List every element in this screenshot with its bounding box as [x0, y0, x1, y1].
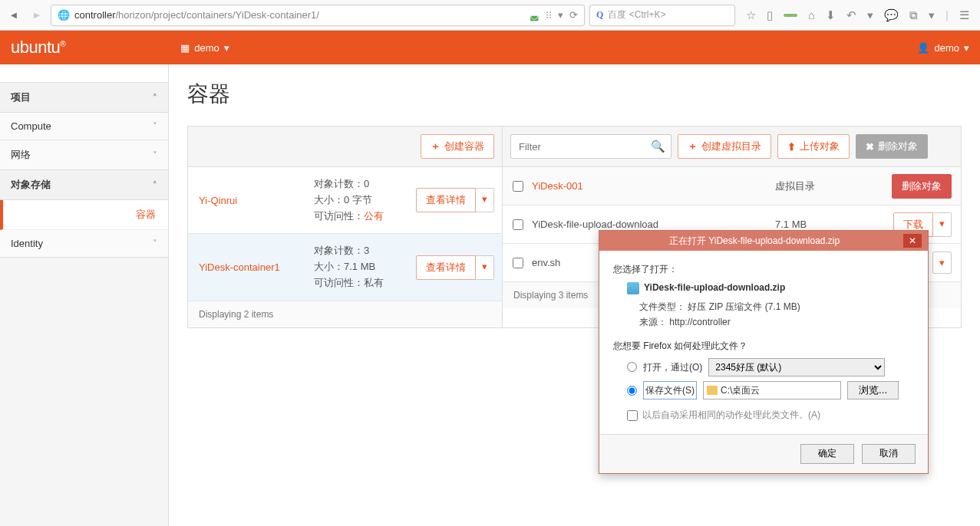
plus-icon: ＋ — [688, 140, 698, 153]
dialog-source: 来源： http://controller — [639, 314, 914, 330]
sidebar-item-containers[interactable]: 容器 — [0, 200, 168, 230]
user-menu[interactable]: 👤 demo ▾ — [917, 42, 969, 54]
chevron-down-icon: ˅ — [153, 150, 157, 160]
sidebar-section-compute[interactable]: Compute˅ — [0, 113, 168, 140]
browser-toolbar: ☆ ▯ ⌂ ⬇ ↶ ▾ 💬 ⧉ ▾ | ☰ — [740, 8, 975, 22]
remember-option[interactable]: 以后自动采用相同的动作处理此类文件。(A) — [627, 407, 914, 422]
view-details-button[interactable]: 查看详情 ▾ — [416, 188, 494, 212]
row-checkbox[interactable] — [512, 258, 524, 268]
chat-icon[interactable]: 💬 — [884, 8, 899, 22]
view-details-button[interactable]: 查看详情 ▾ — [416, 255, 494, 280]
crop-icon[interactable]: ⧉ — [909, 8, 918, 22]
nav-forward-button[interactable]: ► — [28, 6, 46, 25]
sidebar-section-network[interactable]: 网络˅ — [0, 140, 168, 170]
container-row[interactable]: YiDesk-container1 对象计数：3 大小：7.1 MB 可访问性：… — [188, 234, 502, 301]
save-radio[interactable] — [627, 386, 637, 396]
shield-icon: ◛ — [530, 9, 539, 21]
create-pseudo-folder-button[interactable]: ＋创建虚拟目录 — [678, 134, 771, 159]
project-switcher[interactable]: ▦ demo ▾ — [180, 42, 229, 54]
save-label: 保存文件(S) — [643, 381, 697, 399]
container-meta: 对象计数：0 大小：0 字节 可访问性：公有 — [303, 167, 417, 233]
container-name[interactable]: YiDesk-container1 — [188, 234, 303, 300]
download-dialog: 正在打开 YiDesk-file-upload-download.zip ✕ 您… — [599, 230, 929, 474]
search-icon[interactable]: 🔍 — [651, 140, 665, 153]
dialog-titlebar[interactable]: 正在打开 YiDesk-file-upload-download.zip ✕ — [599, 231, 928, 251]
close-icon[interactable]: ✕ — [903, 234, 922, 248]
delete-object-button[interactable]: 删除对象 — [892, 174, 952, 199]
page-title: 容器 — [187, 80, 962, 109]
size-header: 虚拟目录 — [775, 179, 867, 193]
zip-icon — [627, 282, 639, 294]
caret-down-icon[interactable]: ▾ — [476, 255, 494, 280]
caret-down-icon: ▾ — [964, 42, 969, 54]
addon-icon[interactable] — [784, 14, 797, 17]
cancel-button[interactable]: 取消 — [862, 444, 916, 464]
user-icon: 👤 — [917, 42, 929, 54]
dialog-filetype: 文件类型： 好压 ZIP 压缩文件 (7.1 MB) — [639, 299, 914, 314]
delete-objects-button[interactable]: ✖删除对象 — [856, 134, 928, 159]
container-name[interactable]: Yi-Qinrui — [188, 167, 303, 233]
object-name: YiDesk-file-upload-download — [532, 219, 767, 230]
caret-down-icon[interactable]: ▾ — [932, 251, 952, 274]
row-actions-button[interactable]: ▾ — [932, 251, 952, 274]
caret-down-icon[interactable]: ▾ — [933, 212, 952, 237]
downloads-icon[interactable]: ⬇ — [826, 8, 836, 22]
dialog-question: 您想要 Firefox 如何处理此文件？ — [613, 338, 914, 353]
bookmark-icon[interactable]: ☆ — [746, 8, 756, 22]
topbar: ubuntu® ▦ demo ▾ 👤 demo ▾ — [0, 31, 980, 64]
undo-icon[interactable]: ↶ — [846, 8, 856, 22]
reload-icon[interactable]: ⟳ — [569, 9, 578, 21]
dialog-text: 您选择了打开： — [613, 261, 914, 277]
sidebar-section-project[interactable]: 项目˄ — [0, 83, 168, 113]
ok-button[interactable]: 确定 — [800, 444, 854, 464]
caret-down-icon: ▾ — [224, 42, 229, 54]
containers-panel: ＋创建容器 Yi-Qinrui 对象计数：0 大小：0 字节 可访问性：公有 查… — [187, 126, 502, 328]
search-placeholder: 百度 <Ctrl+K> — [608, 8, 665, 21]
container-meta: 对象计数：3 大小：7.1 MB 可访问性：私有 — [303, 234, 417, 300]
folder-icon — [707, 386, 718, 395]
browse-button[interactable]: 浏览... — [847, 381, 899, 399]
url-bar[interactable]: 🌐 controller/horizon/project/containers/… — [51, 5, 585, 26]
caret-down-icon[interactable]: ▾ — [476, 188, 494, 212]
dropdown-icon[interactable]: ▾ — [558, 9, 563, 21]
upload-object-button[interactable]: ⬆上传对象 — [777, 134, 850, 159]
object-size: 7.1 MB — [775, 219, 867, 230]
row-checkbox[interactable] — [512, 181, 524, 192]
search-engine-icon: Q — [596, 9, 603, 21]
open-radio[interactable] — [627, 362, 637, 372]
dialog-filename: YiDesk-file-upload-download.zip — [627, 280, 914, 295]
save-path-box[interactable]: C:\桌面云 — [703, 381, 841, 399]
close-icon: ✖ — [866, 141, 874, 153]
open-with-select[interactable]: 2345好压 (默认) — [708, 358, 885, 376]
remember-label: 以后自动采用相同的动作处理此类文件。(A) — [642, 407, 820, 422]
object-row: YiDesk-001 虚拟目录 删除对象 — [503, 167, 961, 205]
dialog-title: 正在打开 YiDesk-file-upload-download.zip — [605, 235, 903, 248]
nav-back-button[interactable]: ◄ — [5, 6, 23, 25]
containers-footer: Displaying 2 items — [188, 301, 502, 327]
sidebar: 项目˄ Compute˅ 网络˅ 对象存储˄ 容器 Identity˅ — [0, 64, 169, 526]
url-text: controller/horizon/project/containers/Yi… — [74, 9, 530, 21]
container-row[interactable]: Yi-Qinrui 对象计数：0 大小：0 字节 可访问性：公有 查看详情 ▾ — [188, 167, 502, 234]
dropdown3-icon[interactable]: ▾ — [929, 8, 935, 22]
save-file-option[interactable]: 保存文件(S) C:\桌面云 浏览... — [627, 381, 914, 399]
home-icon[interactable]: ⌂ — [808, 8, 815, 21]
dropdown2-icon[interactable]: ▾ — [867, 8, 873, 22]
globe-icon: 🌐 — [58, 9, 70, 21]
open-with-option[interactable]: 打开，通过(O) 2345好压 (默认) — [627, 358, 914, 376]
chevron-up-icon: ˄ — [153, 180, 157, 190]
create-container-button[interactable]: ＋创建容器 — [421, 134, 494, 159]
browser-chrome: ◄ ► 🌐 controller/horizon/project/contain… — [0, 0, 980, 31]
library-icon[interactable]: ▯ — [767, 8, 773, 22]
sidebar-section-objectstore[interactable]: 对象存储˄ — [0, 170, 168, 200]
browser-search[interactable]: Q 百度 <Ctrl+K> — [589, 5, 735, 26]
upload-icon: ⬆ — [787, 141, 796, 153]
filter-input[interactable] — [510, 134, 671, 159]
chevron-down-icon: ˅ — [153, 238, 157, 248]
menu-icon[interactable]: ☰ — [959, 8, 969, 22]
chevron-up-icon: ˄ — [153, 93, 157, 103]
object-name[interactable]: YiDesk-001 — [532, 180, 767, 192]
sidebar-section-identity[interactable]: Identity˅ — [0, 230, 168, 258]
grid-icon[interactable]: ⁝⁝ — [546, 9, 552, 21]
row-checkbox[interactable] — [512, 219, 524, 230]
remember-checkbox[interactable] — [627, 410, 638, 421]
